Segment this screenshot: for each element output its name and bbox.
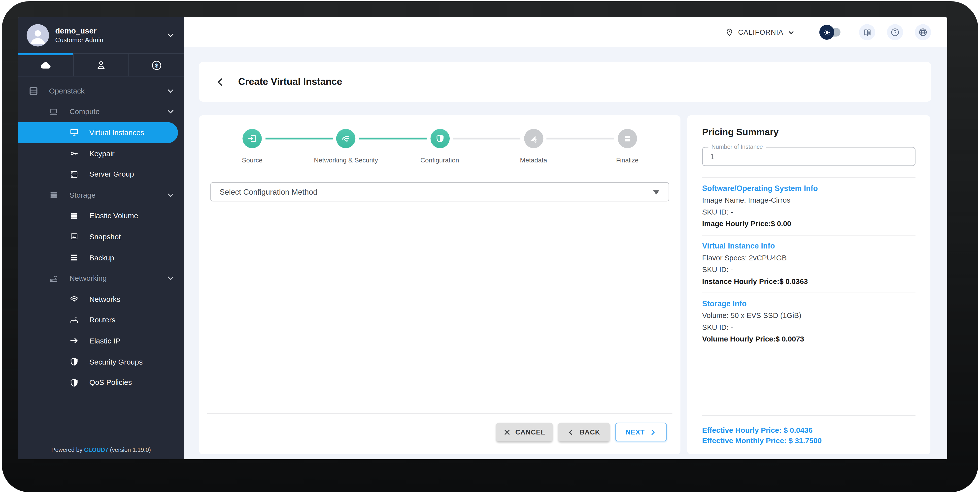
device-frame: demo_user Customer Admin	[2, 1, 978, 492]
chevron-down-icon	[167, 87, 174, 95]
number-of-instance-field: Number of Instance	[702, 147, 915, 166]
section-heading: Storage Info	[702, 298, 915, 310]
pricing-row: Instance Hourly Price:$ 0.0363	[702, 276, 915, 288]
topbar: CALIFORNIA	[184, 17, 947, 47]
section-heading: Software/Operating System Info	[702, 183, 915, 194]
globe-icon	[918, 27, 928, 37]
user-menu[interactable]: demo_user Customer Admin	[18, 17, 184, 53]
sidebar-item-storage[interactable]: Storage	[18, 185, 184, 206]
back-button[interactable]: BACK	[558, 423, 609, 442]
brand-link[interactable]: CLOUD7	[84, 446, 108, 453]
page-title: Create Virtual Instance	[238, 76, 342, 87]
user-role: Customer Admin	[55, 36, 161, 44]
chevron-down-icon	[167, 108, 174, 116]
user-meta: demo_user Customer Admin	[55, 27, 161, 44]
sidebar-item-server-group[interactable]: Server Group	[18, 164, 184, 185]
sidebar-item-elastic-volume[interactable]: Elastic Volume	[18, 206, 184, 226]
chevron-down-icon	[167, 32, 174, 39]
columns: Source Networking & Security	[199, 115, 931, 454]
person-icon	[95, 60, 107, 71]
sidebar-item-qos-policies[interactable]: QoS Policies	[18, 372, 184, 393]
sidebar-item-elastic-ip[interactable]: Elastic IP	[18, 330, 184, 351]
stepper: Source Networking & Security	[199, 115, 681, 164]
step-finalize[interactable]: Finalize	[581, 129, 674, 164]
theme-toggle[interactable]	[819, 25, 840, 40]
wifi-icon	[336, 129, 355, 148]
docs-button[interactable]	[859, 24, 875, 40]
pricing-row: Volume: 50 x EVS SSD (1GiB)	[702, 310, 915, 322]
pricing-sections: Software/Operating System Info Image Nam…	[702, 177, 915, 350]
configuration-method-select[interactable]: Select Configuration Method	[210, 182, 669, 202]
backup-stack-icon	[70, 253, 79, 262]
next-button[interactable]: NEXT	[615, 423, 667, 442]
svg-text:$: $	[155, 62, 158, 68]
pricing-section-os: Software/Operating System Info Image Nam…	[702, 177, 915, 235]
metadata-gear-icon	[524, 129, 543, 148]
pricing-row: SKU ID: -	[702, 322, 915, 333]
sidebar-item-compute[interactable]: Compute	[18, 102, 184, 122]
step-metadata[interactable]: Metadata	[487, 129, 581, 164]
effective-monthly-price: Effective Monthly Price: $ 31.7500	[702, 436, 915, 446]
content-area: Create Virtual Instance Source	[184, 47, 947, 459]
storage-stack-icon	[49, 191, 58, 200]
shield-icon	[70, 378, 79, 387]
tab-account[interactable]	[73, 54, 129, 76]
wizard-actions: CANCEL BACK NEXT	[207, 413, 673, 454]
effective-prices: Effective Hourly Price: $ 0.0436 Effecti…	[702, 415, 915, 446]
sidebar-item-virtual-instances[interactable]: Virtual Instances	[18, 122, 178, 143]
section-heading: Virtual Instance Info	[702, 241, 915, 252]
pricing-row: SKU ID: -	[702, 264, 915, 276]
sidebar-item-backup[interactable]: Backup	[18, 247, 184, 268]
key-icon	[70, 149, 79, 158]
chevron-down-icon	[167, 191, 174, 199]
pricing-section-storage: Storage Info Volume: 50 x EVS SSD (1GiB)…	[702, 292, 915, 350]
pricing-summary-card: Pricing Summary Number of Instance Softw…	[687, 115, 931, 454]
step-configuration[interactable]: Configuration	[393, 129, 487, 164]
sidebar-item-networks[interactable]: Networks	[18, 289, 184, 310]
chevron-down-icon	[788, 29, 794, 35]
wifi-icon	[70, 295, 79, 304]
sidebar-item-networking[interactable]: Networking	[18, 268, 184, 289]
step-source[interactable]: Source	[205, 129, 299, 164]
region-selector[interactable]: CALIFORNIA	[725, 28, 795, 37]
back-arrow-icon[interactable]	[215, 77, 226, 87]
router-icon	[49, 274, 58, 283]
book-icon	[862, 27, 872, 37]
tab-cloud-services[interactable]	[18, 54, 73, 76]
select-placeholder: Select Configuration Method	[220, 187, 317, 196]
sidebar-item-security-groups[interactable]: Security Groups	[18, 351, 184, 372]
wizard-card: Source Networking & Security	[199, 115, 681, 454]
pricing-row: Image Hourly Price:$ 0.00	[702, 218, 915, 230]
sidebar-item-openstack[interactable]: Openstack	[18, 81, 184, 102]
arrow-right-icon	[70, 336, 79, 345]
pricing-title: Pricing Summary	[702, 125, 915, 137]
shield-icon	[430, 129, 449, 148]
step-networking-security[interactable]: Networking & Security	[299, 129, 393, 164]
powered-by: Powered by CLOUD7 (version 1.19.0)	[18, 446, 184, 453]
shield-icon	[70, 357, 79, 366]
app-screen: demo_user Customer Admin	[18, 17, 947, 459]
dollar-icon: $	[151, 59, 162, 71]
pricing-row: Flavor Specs: 2vCPU4GB	[702, 252, 915, 264]
sidebar-item-snapshot[interactable]: Snapshot	[18, 226, 184, 247]
language-button[interactable]	[915, 24, 931, 40]
monitor-icon	[70, 128, 79, 137]
sidebar-nav: Openstack Compute Virt	[18, 77, 184, 393]
avatar	[27, 24, 49, 46]
laptop-icon	[49, 107, 58, 116]
tab-billing[interactable]: $	[129, 54, 184, 76]
help-button[interactable]	[887, 24, 903, 40]
server-group-icon	[70, 170, 79, 179]
snapshot-photo-icon	[70, 232, 79, 241]
sidebar-item-keypair[interactable]: Keypair	[18, 143, 184, 164]
chevron-right-icon	[650, 429, 656, 435]
pricing-row: Volume Hourly Price:$ 0.0073	[702, 334, 915, 345]
openstack-icon	[29, 86, 38, 96]
pricing-row: SKU ID: -	[702, 206, 915, 218]
sidebar-item-routers[interactable]: Routers	[18, 310, 184, 330]
pricing-section-instance: Virtual Instance Info Flavor Specs: 2vCP…	[702, 235, 915, 292]
cancel-button[interactable]: CANCEL	[496, 423, 553, 442]
number-of-instance-input[interactable]	[703, 148, 915, 165]
main-column: CALIFORNIA	[184, 17, 947, 459]
pricing-row: Image Name: Image-Cirros	[702, 195, 915, 206]
